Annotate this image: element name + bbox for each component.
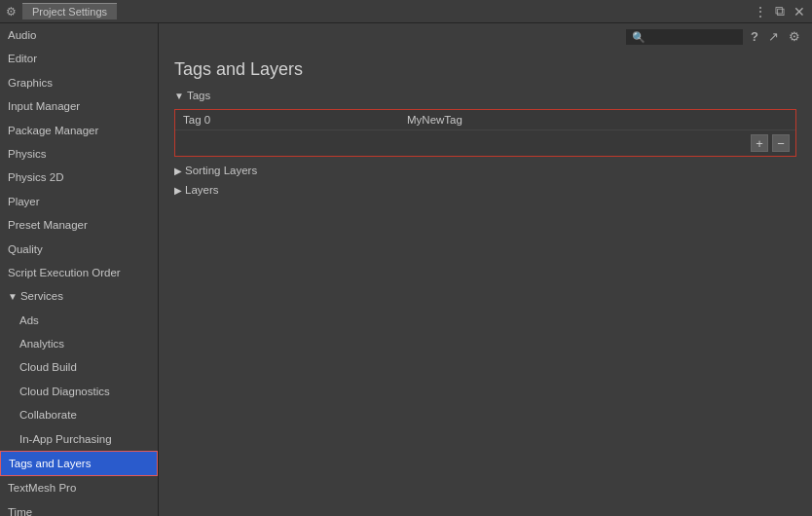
services-arrow-icon: ▼ xyxy=(8,289,18,305)
sidebar-item-package-manager[interactable]: Package Manager xyxy=(0,119,158,142)
main-layout: Audio Editor Graphics Input Manager Pack… xyxy=(0,23,812,516)
content-area: ? ↗ ⚙ Tags and Layers ▼ Tags Tag 0 MyNew… xyxy=(159,23,812,516)
tag-0-label: Tag 0 xyxy=(183,114,407,126)
search-input[interactable] xyxy=(626,29,743,45)
sidebar-item-textmesh-pro[interactable]: TextMesh Pro xyxy=(0,476,158,499)
sidebar: Audio Editor Graphics Input Manager Pack… xyxy=(0,23,159,516)
tags-arrow-icon: ▼ xyxy=(174,91,184,101)
sidebar-item-tags-and-layers[interactable]: Tags and Layers xyxy=(0,451,158,476)
add-tag-button[interactable]: + xyxy=(751,134,768,152)
popup-icon[interactable]: ↗ xyxy=(766,27,781,46)
sidebar-item-in-app-purchasing[interactable]: In-App Purchasing xyxy=(0,427,158,451)
page-title: Tags and Layers xyxy=(174,59,796,80)
window-menu-icon[interactable]: ⋮ xyxy=(754,5,767,18)
sorting-layers-arrow-icon: ▶ xyxy=(174,166,182,176)
sidebar-item-physics[interactable]: Physics xyxy=(0,142,158,166)
settings-icon[interactable]: ⚙ xyxy=(787,27,802,46)
sidebar-item-graphics[interactable]: Graphics xyxy=(0,71,158,94)
layers-arrow-icon: ▶ xyxy=(174,185,182,196)
remove-tag-button[interactable]: − xyxy=(772,134,790,152)
tags-table: Tag 0 MyNewTag + − xyxy=(174,109,796,157)
maximize-icon[interactable]: ⧉ xyxy=(773,5,787,18)
help-icon[interactable]: ? xyxy=(749,27,760,46)
sidebar-item-input-manager[interactable]: Input Manager xyxy=(0,94,158,118)
sidebar-item-preset-manager[interactable]: Preset Manager xyxy=(0,213,158,237)
sidebar-item-audio[interactable]: Audio xyxy=(0,23,158,47)
page-title-area: Tags and Layers xyxy=(159,50,812,86)
sorting-layers-label: Sorting Layers xyxy=(185,165,257,176)
sidebar-item-player[interactable]: Player xyxy=(0,190,158,213)
sidebar-item-analytics[interactable]: Analytics xyxy=(0,332,158,355)
sidebar-item-cloud-diagnostics[interactable]: Cloud Diagnostics xyxy=(0,380,158,403)
table-row: Tag 0 MyNewTag xyxy=(175,110,795,130)
sidebar-item-cloud-build[interactable]: Cloud Build xyxy=(0,355,158,379)
sidebar-item-collaborate[interactable]: Collaborate xyxy=(0,403,158,426)
title-bar-left: ⚙ Project Settings xyxy=(6,3,117,19)
layers-label: Layers xyxy=(185,184,219,196)
sidebar-item-services[interactable]: ▼Services xyxy=(0,284,158,308)
tags-section-header[interactable]: ▼ Tags xyxy=(159,86,812,105)
settings-gear-icon: ⚙ xyxy=(6,5,17,18)
sidebar-item-time[interactable]: Time xyxy=(0,500,158,516)
title-bar: ⚙ Project Settings ⋮ ⧉ ✕ xyxy=(0,0,812,23)
sorting-layers-row[interactable]: ▶ Sorting Layers xyxy=(159,161,812,180)
project-settings-tab[interactable]: Project Settings xyxy=(22,3,117,19)
sidebar-item-ads[interactable]: Ads xyxy=(0,309,158,332)
sidebar-item-physics-2d[interactable]: Physics 2D xyxy=(0,166,158,189)
sidebar-item-quality[interactable]: Quality xyxy=(0,238,158,261)
layers-row[interactable]: ▶ Layers xyxy=(159,180,812,200)
tag-0-value: MyNewTag xyxy=(407,114,788,126)
sidebar-item-editor[interactable]: Editor xyxy=(0,47,158,70)
title-bar-right: ⋮ ⧉ ✕ xyxy=(754,5,806,18)
tags-section-label: Tags xyxy=(187,90,210,101)
close-icon[interactable]: ✕ xyxy=(793,5,806,18)
sidebar-item-script-execution-order[interactable]: Script Execution Order xyxy=(0,261,158,284)
tags-footer: + − xyxy=(175,130,795,156)
